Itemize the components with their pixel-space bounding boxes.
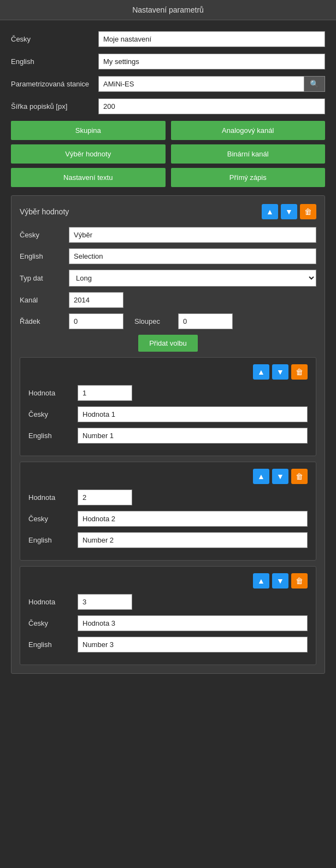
- item-down-button-1[interactable]: ▼: [272, 469, 288, 484]
- up-icon: ▲: [257, 576, 265, 585]
- title-label: Nastavení parametrů: [132, 5, 204, 14]
- item-english-label-0: English: [28, 432, 78, 440]
- item-english-input-2[interactable]: [78, 637, 308, 653]
- item-hodnota-row-2: Hodnota: [28, 594, 308, 610]
- vyber-cesky-row: Česky: [20, 227, 316, 243]
- sloupec-label: Sloupec: [134, 317, 178, 325]
- analogovy-kanal-button[interactable]: Analogový kanál: [171, 121, 326, 140]
- item-down-button-0[interactable]: ▼: [272, 364, 288, 380]
- vyber-down-button[interactable]: ▼: [281, 204, 297, 219]
- delete-icon: 🗑: [296, 472, 303, 481]
- typ-dat-select[interactable]: Long Short Integer Float Double: [69, 270, 316, 287]
- item-card-2: ▲ ▼ 🗑 Hodnota Česky English: [20, 566, 316, 665]
- item-delete-button-1[interactable]: 🗑: [291, 469, 308, 484]
- english-input[interactable]: [98, 54, 325, 69]
- vyber-delete-button[interactable]: 🗑: [300, 204, 316, 219]
- typ-dat-label: Typ dat: [20, 274, 69, 282]
- item-hodnota-row-0: Hodnota: [28, 385, 308, 401]
- search-icon: 🔍: [310, 80, 319, 88]
- radek-input[interactable]: [69, 313, 123, 329]
- cesky-label: Česky: [11, 35, 98, 43]
- item-down-button-2[interactable]: ▼: [272, 573, 288, 589]
- btn-row-1: Skupina Analogový kanál: [11, 121, 325, 140]
- item-cesky-label-0: Česky: [28, 410, 78, 418]
- primy-zapis-button[interactable]: Přímý zápis: [171, 168, 326, 187]
- item-english-input-1[interactable]: [78, 532, 308, 548]
- item-card-0: ▲ ▼ 🗑 Hodnota Česky English: [20, 357, 316, 456]
- vyber-up-button[interactable]: ▲: [262, 204, 278, 219]
- delete-icon: 🗑: [296, 576, 303, 585]
- kanal-input[interactable]: [69, 292, 123, 308]
- stanice-input-group: 🔍: [98, 76, 325, 92]
- title-bar: Nastavení parametrů: [0, 0, 336, 20]
- item-cesky-row-1: Česky: [28, 511, 308, 527]
- item-up-button-0[interactable]: ▲: [253, 364, 269, 380]
- vyber-cesky-label: Česky: [20, 231, 69, 239]
- pridat-volbu-button[interactable]: Přidat volbu: [138, 335, 198, 352]
- sloupec-input[interactable]: [178, 313, 233, 329]
- vyber-english-label: English: [20, 252, 69, 260]
- item-english-row-2: English: [28, 637, 308, 653]
- item-hodnota-input-2[interactable]: [78, 594, 132, 610]
- item-hodnota-label-2: Hodnota: [28, 598, 78, 606]
- search-button[interactable]: 🔍: [304, 76, 325, 92]
- sirka-input[interactable]: [98, 98, 325, 114]
- item-cesky-input-2[interactable]: [78, 615, 308, 631]
- stanice-input[interactable]: [98, 76, 304, 92]
- item-cesky-label-1: Česky: [28, 515, 78, 523]
- item-hodnota-label-1: Hodnota: [28, 493, 78, 502]
- vyber-section: Výběr hodnoty ▲ ▼ 🗑 Česky English Typ da…: [11, 195, 325, 674]
- up-icon: ▲: [266, 207, 274, 216]
- item-hodnota-row-1: Hodnota: [28, 490, 308, 505]
- item-up-button-1[interactable]: ▲: [253, 469, 269, 484]
- nastaveni-textu-button[interactable]: Nastavení textu: [11, 168, 166, 187]
- kanal-row: Kanál: [20, 292, 316, 308]
- vyber-section-header: Výběr hodnoty ▲ ▼ 🗑: [20, 204, 316, 219]
- vyber-hodnoty-button[interactable]: Výběr hodnoty: [11, 144, 166, 164]
- vyber-cesky-input[interactable]: [69, 227, 316, 243]
- vyber-english-row: English: [20, 248, 316, 264]
- item-delete-button-0[interactable]: 🗑: [291, 364, 308, 380]
- stanice-label: Parametrizovaná stanice: [11, 80, 98, 88]
- sirka-row: Šířka popisků [px]: [11, 98, 325, 114]
- btn-row-3: Nastavení textu Přímý zápis: [11, 168, 325, 187]
- down-icon: ▼: [276, 576, 284, 585]
- item-delete-button-2[interactable]: 🗑: [291, 573, 308, 589]
- main-panel: Česky English Parametrizovaná stanice 🔍 …: [0, 20, 336, 693]
- english-label: English: [11, 57, 98, 66]
- binarni-kanal-button[interactable]: Binární kanál: [171, 144, 326, 164]
- item-up-button-2[interactable]: ▲: [253, 573, 269, 589]
- items-container: ▲ ▼ 🗑 Hodnota Česky English ▲ ▼ 🗑 Hodnot…: [20, 357, 316, 665]
- item-english-input-0[interactable]: [78, 428, 308, 444]
- down-icon: ▼: [276, 368, 284, 376]
- item-cesky-row-0: Česky: [28, 406, 308, 422]
- cesky-row: Česky: [11, 31, 325, 47]
- sirka-label: Šířka popisků [px]: [11, 102, 98, 110]
- item-hodnota-input-0[interactable]: [78, 385, 132, 401]
- item-english-label-2: English: [28, 640, 78, 649]
- up-icon: ▲: [257, 472, 265, 481]
- item-english-row-0: English: [28, 428, 308, 444]
- radek-sloupec-row: Řádek Sloupec: [20, 313, 316, 329]
- typ-dat-row: Typ dat Long Short Integer Float Double: [20, 270, 316, 287]
- cesky-input[interactable]: [98, 31, 325, 47]
- delete-icon: 🗑: [296, 368, 303, 376]
- item-cesky-row-2: Česky: [28, 615, 308, 631]
- down-icon: ▼: [285, 207, 293, 216]
- item-header-2: ▲ ▼ 🗑: [28, 573, 308, 589]
- item-header-0: ▲ ▼ 🗑: [28, 364, 308, 380]
- item-english-label-1: English: [28, 536, 78, 544]
- item-hodnota-input-1[interactable]: [78, 490, 132, 505]
- item-card-1: ▲ ▼ 🗑 Hodnota Česky English: [20, 462, 316, 561]
- item-header-1: ▲ ▼ 🗑: [28, 469, 308, 484]
- delete-icon: 🗑: [304, 207, 312, 216]
- stanice-row: Parametrizovaná stanice 🔍: [11, 76, 325, 92]
- item-cesky-label-2: Česky: [28, 619, 78, 627]
- skupina-button[interactable]: Skupina: [11, 121, 166, 140]
- btn-row-2: Výběr hodnoty Binární kanál: [11, 144, 325, 164]
- item-cesky-input-1[interactable]: [78, 511, 308, 527]
- vyber-section-title: Výběr hodnoty: [20, 207, 259, 216]
- item-english-row-1: English: [28, 532, 308, 548]
- item-cesky-input-0[interactable]: [78, 406, 308, 422]
- vyber-english-input[interactable]: [69, 248, 316, 264]
